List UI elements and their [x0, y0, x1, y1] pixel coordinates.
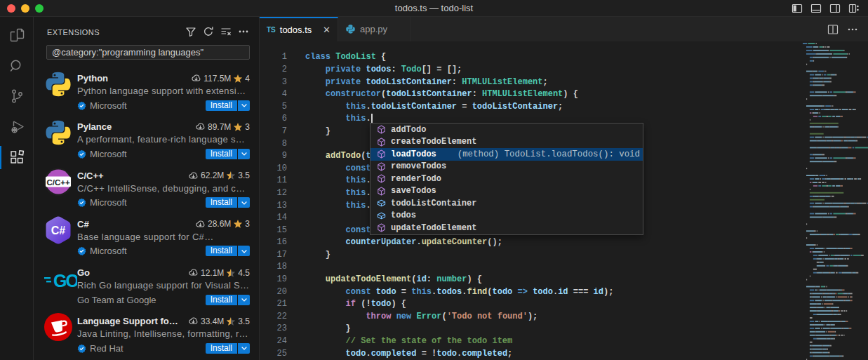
svg-text:GO: GO — [53, 271, 77, 291]
svg-text:C/C++: C/C++ — [46, 178, 70, 186]
svg-text:C#: C# — [51, 225, 66, 236]
